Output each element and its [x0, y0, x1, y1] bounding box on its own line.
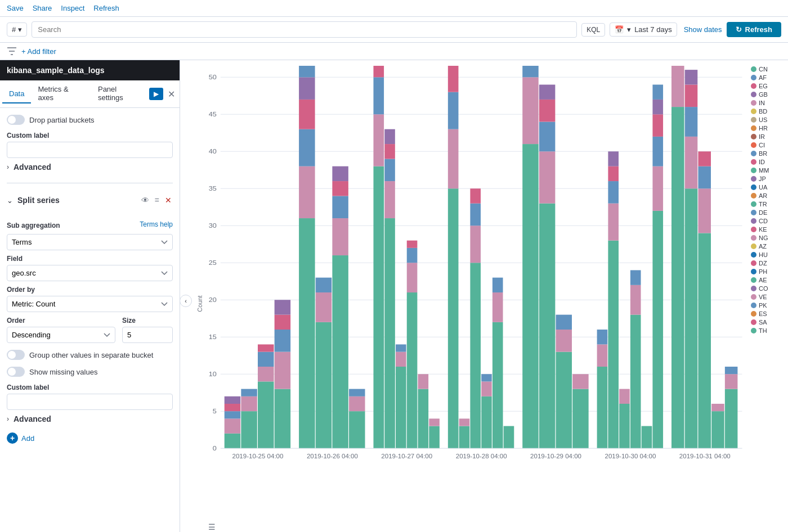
svg-rect-58	[349, 389, 365, 396]
add-button[interactable]: + Add	[7, 428, 173, 448]
refresh-icon: ↻	[736, 25, 742, 34]
svg-rect-55	[332, 166, 348, 181]
field-select[interactable]: geo.src	[7, 265, 173, 281]
svg-rect-86	[448, 129, 459, 189]
advanced-bottom-row[interactable]: › Advanced	[7, 410, 173, 428]
tab-data[interactable]: Data	[2, 85, 31, 103]
svg-rect-166	[725, 374, 738, 389]
order-label: Order	[7, 317, 115, 324]
sub-aggregation-label: Sub aggregation	[7, 222, 60, 229]
legend-item-in: IN	[751, 100, 786, 106]
custom-label-bottom-input[interactable]	[7, 394, 173, 410]
play-icon: ▶	[154, 90, 159, 98]
legend-item-cn: CN	[751, 66, 786, 73]
group-other-row: Group other values in separate bucket	[7, 350, 173, 360]
advanced-bottom-label: Advanced	[14, 414, 51, 423]
svg-rect-131	[608, 166, 619, 181]
advanced-bottom-chevron: ›	[7, 415, 9, 423]
legend-item-ci: CI	[751, 142, 786, 148]
svg-rect-141	[652, 137, 663, 166]
svg-rect-54	[332, 181, 348, 196]
table-icon[interactable]: ☰	[208, 522, 216, 531]
kql-badge[interactable]: KQL	[581, 23, 605, 37]
legend-item-ae: AE	[751, 277, 786, 283]
drop-partial-buckets-label: Drop partial buckets	[29, 116, 95, 124]
size-input[interactable]	[122, 327, 173, 343]
custom-label-top-input[interactable]	[7, 142, 173, 158]
svg-rect-116	[539, 121, 555, 151]
drop-partial-buckets-row: Drop partial buckets	[7, 115, 173, 125]
svg-rect-36	[275, 330, 290, 352]
order-by-select[interactable]: Metric: Count	[7, 296, 173, 312]
svg-rect-101	[492, 322, 503, 448]
tab-metrics-axes[interactable]: Metrics & axes	[31, 80, 91, 107]
svg-text:2019-10-26 04:00: 2019-10-26 04:00	[307, 453, 358, 459]
svg-rect-35	[275, 352, 290, 389]
search-type-selector[interactable]: # ▾	[7, 22, 27, 37]
svg-rect-48	[316, 322, 332, 448]
svg-rect-68	[384, 218, 395, 448]
svg-rect-95	[470, 226, 481, 263]
share-menu-item[interactable]: Share	[33, 4, 52, 12]
svg-rect-38	[275, 300, 290, 314]
advanced-top-row[interactable]: › Advanced	[7, 158, 173, 176]
svg-rect-158	[685, 70, 698, 84]
svg-rect-56	[349, 411, 365, 448]
remove-split-series-button[interactable]: ✕	[164, 195, 173, 206]
legend-item-mm: MM	[751, 167, 786, 174]
search-input[interactable]	[32, 21, 577, 38]
svg-text:5: 5	[213, 408, 217, 415]
tab-panel-settings[interactable]: Panel settings	[91, 80, 149, 107]
search-bar: # ▾ KQL 📅 ▾ Last 7 days Show dates ↻ Ref…	[0, 17, 788, 43]
visibility-icon[interactable]: 👁	[140, 195, 150, 206]
split-series-chevron-down[interactable]: ⌄	[7, 196, 13, 205]
svg-rect-57	[349, 396, 365, 411]
show-dates-button[interactable]: Show dates	[684, 25, 722, 34]
legend-item-de: DE	[751, 209, 786, 216]
add-filter-button[interactable]: + Add filter	[21, 47, 56, 56]
svg-rect-98	[481, 396, 492, 448]
legend-item-hu: HU	[751, 251, 786, 258]
svg-text:15: 15	[209, 333, 217, 341]
legend-item-id: ID	[751, 159, 786, 165]
legend-item-br: BR	[751, 150, 786, 157]
show-missing-label: Show missing values	[29, 368, 97, 376]
show-missing-toggle[interactable]	[7, 367, 25, 377]
refresh-button[interactable]: ↻ Refresh	[727, 22, 781, 37]
svg-rect-22	[225, 434, 240, 448]
refresh-menu-item[interactable]: Refresh	[93, 4, 119, 12]
svg-rect-126	[597, 344, 608, 367]
svg-rect-133	[619, 404, 630, 448]
svg-rect-106	[522, 144, 538, 448]
svg-rect-154	[685, 188, 698, 448]
split-series-title: Split series	[17, 196, 60, 205]
legend-item-af: AF	[751, 74, 786, 81]
split-series-header: ⌄ Split series 👁 = ✕	[7, 190, 173, 210]
svg-rect-142	[652, 114, 663, 137]
terms-help-link[interactable]: Terms help	[140, 220, 173, 228]
order-select[interactable]: Descending	[7, 327, 115, 343]
collapse-panel-button[interactable]: ‹	[180, 295, 192, 307]
show-missing-row: Show missing values	[7, 367, 173, 377]
svg-rect-32	[258, 352, 274, 367]
save-menu-item[interactable]: Save	[7, 4, 24, 12]
close-panel-button[interactable]: ✕	[165, 87, 177, 102]
svg-rect-25	[225, 404, 240, 411]
tab-actions: ▶ ✕	[149, 87, 177, 102]
legend-item-jp: JP	[751, 175, 786, 182]
svg-rect-127	[597, 330, 608, 344]
svg-rect-23	[225, 418, 240, 433]
date-selector[interactable]: 📅 ▾ Last 7 days	[610, 22, 677, 37]
panel-content: Drop partial buckets Custom label › Adva…	[0, 108, 180, 532]
drop-partial-buckets-toggle[interactable]	[7, 115, 25, 125]
size-col: Size	[122, 312, 173, 343]
run-button[interactable]: ▶	[149, 88, 163, 100]
svg-text:50: 50	[209, 74, 217, 81]
svg-rect-165	[725, 389, 738, 449]
svg-rect-26	[225, 396, 240, 404]
group-other-toggle[interactable]	[7, 350, 25, 360]
equals-icon[interactable]: =	[154, 195, 160, 206]
inspect-menu-item[interactable]: Inspect	[61, 4, 84, 12]
sub-aggregation-select[interactable]: Terms	[7, 234, 173, 250]
svg-rect-43	[299, 100, 315, 129]
